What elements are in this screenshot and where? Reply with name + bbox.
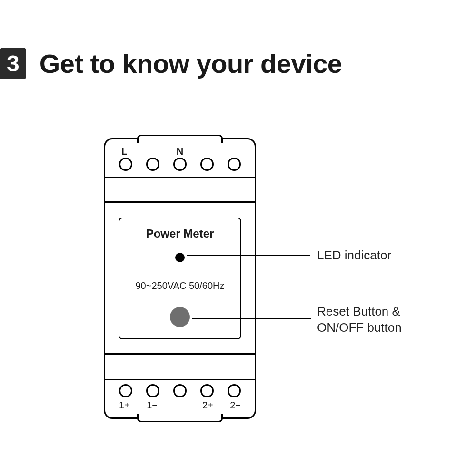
reset-button-icon: [170, 307, 190, 327]
terminal-label-2plus: 2+: [199, 400, 216, 411]
terminal-circle-icon: [173, 158, 187, 171]
terminal-circle-icon: [228, 384, 241, 397]
terminal-circle-icon: [200, 158, 214, 171]
terminal-label-1minus: 1−: [144, 400, 161, 411]
terminal-label-1plus: 1+: [116, 400, 133, 411]
top-notch: [137, 135, 223, 143]
top-terminal-circles: [105, 158, 255, 171]
bottom-terminal-circles: [105, 384, 255, 397]
terminal-label-N: N: [171, 146, 188, 157]
divider-line: [105, 353, 255, 355]
terminal-label-L: L: [116, 146, 133, 157]
led-indicator-icon: [175, 253, 185, 262]
top-terminal-labels: L N: [105, 146, 255, 157]
section-number-badge: 3: [0, 48, 26, 79]
panel-title: Power Meter: [119, 227, 240, 240]
terminal-circle-icon: [200, 384, 214, 397]
device-diagram: L N Power Meter 90~250VAC 50/60Hz: [104, 138, 256, 419]
callout-led-label: LED indicator: [317, 248, 391, 264]
callout-reset-label: Reset Button & ON/OFF button: [317, 304, 402, 336]
callout-line-led: [187, 255, 310, 256]
terminal-circle-icon: [228, 158, 241, 171]
bottom-notch: [137, 414, 223, 422]
section-title: Get to know your device: [40, 48, 342, 79]
device-body: L N Power Meter 90~250VAC 50/60Hz: [104, 138, 256, 419]
terminal-circle-icon: [119, 384, 132, 397]
divider-line: [105, 379, 255, 380]
terminal-circle-icon: [146, 158, 159, 171]
divider-line: [105, 177, 255, 178]
bottom-terminal-labels: 1+ 1− 2+ 2−: [105, 400, 255, 411]
device-panel: Power Meter 90~250VAC 50/60Hz: [119, 218, 241, 339]
callout-reset-line2: ON/OFF button: [317, 320, 402, 336]
terminal-circle-icon: [119, 158, 132, 171]
callout-line-reset: [192, 318, 311, 319]
divider-line: [105, 201, 255, 203]
terminal-label-2minus: 2−: [227, 400, 244, 411]
terminal-circle-icon: [173, 384, 187, 397]
callout-reset-line1: Reset Button &: [317, 304, 402, 320]
terminal-circle-icon: [146, 384, 159, 397]
spec-text: 90~250VAC 50/60Hz: [119, 280, 240, 291]
